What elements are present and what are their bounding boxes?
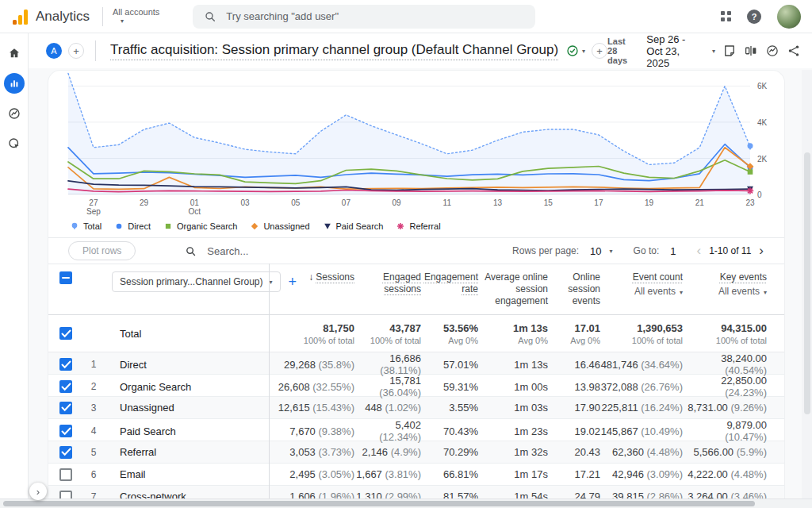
metric-value: 29,268	[284, 359, 316, 371]
dimension-dropdown[interactable]: Session primary...Channel Group)▾	[112, 271, 281, 292]
expand-nav-button[interactable]: ›	[29, 483, 47, 500]
cell-engagement_rate: 53.56%Avg 0%	[421, 322, 478, 345]
metric-value: 26,608	[278, 381, 310, 393]
metric-subtext: 100% of total	[600, 336, 683, 345]
user-avatar[interactable]	[777, 5, 801, 29]
legend-item-referral[interactable]: Referral	[396, 221, 440, 231]
metric-subtext: 100% of total	[683, 336, 767, 345]
cell-engaged_sessions: 15,781 (36.04%)	[354, 375, 421, 398]
metric-value: 9,879.00	[726, 419, 767, 431]
report-saved-check-icon[interactable]	[566, 44, 579, 57]
metric-value: 22,850.00	[721, 375, 767, 387]
cell-engagement_rate: 70.29%	[421, 446, 478, 458]
table-search[interactable]	[185, 244, 512, 258]
row-checkbox[interactable]	[59, 402, 72, 414]
global-search-input[interactable]	[224, 10, 524, 23]
chevron-down-icon[interactable]: ▾	[582, 48, 585, 55]
cell-sessions: 2,495 (3.05%)	[269, 468, 354, 480]
legend-item-direct[interactable]: Direct	[114, 221, 151, 231]
metric-percent: (3.81%)	[382, 468, 421, 480]
next-page-icon[interactable]: ›	[754, 244, 768, 257]
metric-percent: (3.09%)	[644, 468, 683, 480]
metric-value: 481,746	[601, 359, 638, 371]
column-header-sessions[interactable]: ↓Sessions	[269, 271, 354, 283]
rows-per-page-select[interactable]: 10	[590, 245, 601, 257]
chevron-down-icon[interactable]: ▾	[610, 248, 613, 255]
legend-item-unassigned[interactable]: Unassigned	[250, 221, 309, 231]
metric-value: 448	[365, 402, 382, 414]
x-tick-09: 09	[393, 198, 401, 207]
cell-event_count: 1,390,653100% of total	[600, 322, 683, 345]
event-filter-dropdown[interactable]: All events▾	[683, 286, 767, 298]
row-checkbox[interactable]	[59, 446, 72, 459]
nav-advertising-icon[interactable]	[4, 133, 25, 154]
report-title[interactable]: Traffic acquisition: Session primary cha…	[110, 42, 558, 60]
column-header-engagement_rate[interactable]: Engagement rate	[421, 271, 478, 295]
chart-legend: TotalDirectOrganic SearchUnassignedPaid …	[68, 219, 784, 237]
cell-session_events: 13.98	[548, 381, 600, 393]
column-header-session_events[interactable]: Online session events	[548, 271, 600, 307]
row-checkbox[interactable]	[59, 358, 72, 371]
account-switcher[interactable]: All accounts ▾	[113, 7, 159, 26]
metric-subtext: Avg 0%	[478, 336, 548, 345]
column-header-event_count[interactable]: Event countAll events▾	[600, 271, 683, 298]
legend-item-organic-search[interactable]: Organic Search	[163, 221, 237, 231]
cell-key_events: 4,222.00 (4.48%)	[683, 468, 767, 480]
legend-label: Organic Search	[177, 221, 237, 231]
metric-value: 38,240.00	[721, 352, 767, 364]
metric-subtext: 100% of total	[354, 336, 421, 345]
row-checkbox[interactable]	[59, 380, 72, 393]
help-icon[interactable]: ?	[747, 10, 761, 24]
cell-key_events: 38,240.00 (40.54%)	[683, 352, 767, 376]
metric-value: 1m 32s	[514, 446, 548, 458]
previous-page-icon[interactable]: ‹	[692, 244, 707, 257]
column-header-avg_engagement[interactable]: Average online session engagement	[478, 271, 548, 307]
table-search-input[interactable]	[205, 244, 380, 258]
metric-subtext: 100% of total	[269, 336, 354, 345]
metric-value: 57.01%	[443, 359, 478, 371]
apps-grid-icon[interactable]	[721, 11, 731, 21]
vertical-scrollbar-thumb[interactable]	[804, 152, 810, 414]
metric-percent: (4.48%)	[728, 468, 767, 480]
insights-icon[interactable]	[765, 40, 779, 61]
legend-item-total[interactable]: Total	[70, 221, 102, 231]
plot-rows-button[interactable]: Plot rows	[68, 241, 136, 260]
column-header-key_events[interactable]: Key eventsAll events▾	[683, 271, 767, 298]
metric-value: 66.81%	[443, 468, 478, 480]
share-icon[interactable]	[787, 40, 801, 61]
cell-event_count: 62,360 (4.48%)	[600, 446, 683, 458]
workspace-avatar[interactable]: A	[46, 43, 62, 59]
nav-home-icon[interactable]	[4, 43, 25, 64]
analytics-logo-icon	[13, 9, 28, 25]
row-checkbox[interactable]	[59, 425, 72, 437]
row-number: 4	[83, 425, 104, 437]
add-workspace-button[interactable]: +	[68, 43, 84, 59]
goto-page-input[interactable]: 1	[670, 245, 676, 257]
chevron-down-icon[interactable]: ▾	[712, 48, 715, 55]
metric-value: 1m 13s	[514, 359, 548, 371]
column-label: Engagement rate	[424, 271, 478, 294]
horizontal-scrollbar[interactable]	[0, 498, 812, 508]
event-filter-dropdown[interactable]: All events▾	[600, 286, 683, 298]
nav-reports-icon[interactable]	[4, 73, 25, 94]
comparison-icon[interactable]	[744, 40, 758, 61]
nav-explore-icon[interactable]	[4, 103, 25, 124]
cell-engagement_rate: 70.43%	[421, 425, 478, 437]
column-header-engaged_sessions[interactable]: Engaged sessions	[354, 271, 421, 295]
horizontal-scrollbar-thumb[interactable]	[3, 501, 755, 506]
global-search[interactable]	[193, 5, 535, 29]
cell-engaged_sessions: 448 (1.02%)	[354, 402, 421, 414]
row-checkbox[interactable]	[59, 327, 72, 340]
select-all-checkbox[interactable]	[59, 271, 72, 284]
notes-icon[interactable]	[722, 40, 737, 61]
date-range-picker[interactable]: Sep 26 - Oct 23, 2025	[646, 33, 702, 69]
cell-event_count: 481,746 (34.64%)	[600, 359, 683, 371]
add-report-tab-button[interactable]: +	[592, 43, 607, 59]
traffic-chart-plot	[68, 77, 750, 194]
legend-item-paid-search[interactable]: Paid Search	[323, 221, 384, 231]
row-checkbox[interactable]	[59, 468, 72, 481]
vertical-scrollbar[interactable]	[802, 70, 812, 498]
x-tick-29: 29	[140, 198, 148, 207]
metric-percent: (34.64%)	[638, 359, 683, 371]
metric-value: 12,615	[278, 402, 310, 414]
